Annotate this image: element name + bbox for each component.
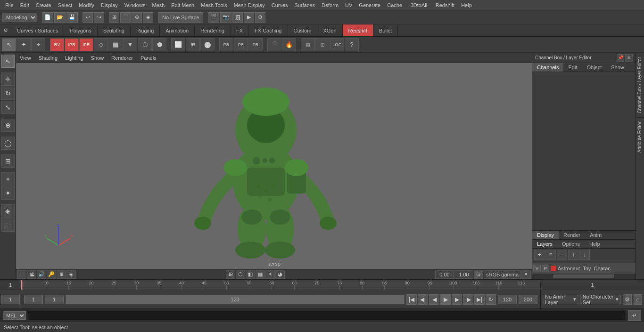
menu-uv[interactable]: UV <box>342 1 355 9</box>
layer-sub-options[interactable]: Options <box>557 240 585 248</box>
tab-fx-caching[interactable]: FX Caching <box>249 24 288 36</box>
frame-field2[interactable]: 1 <box>45 295 64 304</box>
go-start-btn[interactable]: |◀ <box>406 294 417 305</box>
tab-redshift[interactable]: Redshift <box>343 24 373 36</box>
snap-curve-btn[interactable]: ⌒ <box>120 12 131 23</box>
undo-btn[interactable]: ↩ <box>83 12 93 23</box>
menu-modify[interactable]: Modify <box>75 1 97 9</box>
paint-select-btn[interactable]: ✦ <box>1 186 15 200</box>
rs-cube[interactable]: ⬜ <box>171 38 185 51</box>
rs-mat2[interactable]: ◫ <box>315 38 330 51</box>
menu-mesh[interactable]: Mesh <box>149 1 168 9</box>
menu-redshift[interactable]: Redshift <box>432 1 458 9</box>
lasso-btn[interactable]: ⌖ <box>31 38 45 51</box>
vp-input1[interactable]: 0.00 <box>435 270 454 279</box>
cmd-enter-btn[interactable]: ↵ <box>628 310 641 321</box>
lasso-select-btn[interactable]: ⌖ <box>1 172 15 186</box>
redshift-btn2[interactable]: IPR <box>65 38 79 51</box>
layer-new-btn[interactable]: + <box>534 250 545 260</box>
rs-pr2[interactable]: PR <box>234 38 248 51</box>
rs-drop[interactable]: ▼ <box>123 38 137 51</box>
go-end-btn[interactable]: ▶| <box>474 294 485 305</box>
scale-btn[interactable]: ⤡ <box>1 101 15 114</box>
rs-wave[interactable]: ≋ <box>186 38 200 51</box>
redshift-btn3[interactable]: IPR <box>79 38 93 51</box>
viewport-canvas[interactable]: X Y Z persp <box>16 63 532 269</box>
layer-move-dn-btn[interactable]: ↓ <box>579 250 590 260</box>
redshift-btn1[interactable]: RV <box>50 38 64 51</box>
rs-shapes[interactable]: ⬟ <box>152 38 166 51</box>
anim-key-btn[interactable]: ⌂ <box>634 294 642 305</box>
rs-grid[interactable]: ▦ <box>108 38 123 51</box>
tab-polygons[interactable]: Polygons <box>64 24 97 36</box>
current-frame[interactable]: 1 <box>1 295 20 304</box>
vp-shaded-icon[interactable]: ◧ <box>246 270 255 279</box>
lang-select[interactable]: MEL <box>3 311 26 320</box>
layer-del-btn[interactable]: − <box>557 250 567 260</box>
next-frame-btn[interactable]: ▶ <box>452 294 462 305</box>
vp-menu-view[interactable]: View <box>18 54 33 62</box>
char-set-drop[interactable]: No Character Set ▾ <box>580 295 621 304</box>
ch-tab-channels[interactable]: Channels <box>532 63 563 72</box>
tab-animation[interactable]: Animation <box>160 24 195 36</box>
prev-frame-btn[interactable]: ◀ <box>429 294 439 305</box>
layer-sub-layers[interactable]: Layers <box>532 240 557 248</box>
snap-surface-btn[interactable]: ◈ <box>143 12 153 23</box>
ch-tab-object[interactable]: Object <box>582 63 606 72</box>
vp-gamma-label[interactable]: sRGB gamma <box>484 270 521 279</box>
open-file-btn[interactable]: 📂 <box>54 12 66 23</box>
menu-mesh-display[interactable]: Mesh Display <box>231 1 268 9</box>
mode-select[interactable]: Modeling <box>2 13 37 22</box>
snap-live-btn[interactable]: ◈ <box>1 204 15 218</box>
render3-btn[interactable]: ▶ <box>244 12 254 23</box>
rs-log[interactable]: LOG <box>330 38 344 51</box>
vp-menu-panels[interactable]: Panels <box>139 54 158 62</box>
menu-edit[interactable]: Edit <box>17 1 33 9</box>
select-tool-btn[interactable]: ↖ <box>2 38 16 51</box>
menu-file[interactable]: File <box>2 1 17 9</box>
cmd-input[interactable] <box>28 311 626 320</box>
menu-mesh-tools[interactable]: Mesh Tools <box>198 1 230 9</box>
rs-pr3[interactable]: PR <box>248 38 263 51</box>
play-btn[interactable]: ▶ <box>440 294 451 305</box>
vp-menu-renderer[interactable]: Renderer <box>109 54 135 62</box>
tab-rigging[interactable]: Rigging <box>131 24 160 36</box>
layer-tab-render[interactable]: Render <box>559 231 585 239</box>
vp-pivot-icon[interactable]: ⊕ <box>57 270 66 279</box>
timeline-ruler[interactable]: 5101520253035404550556065707580859095100… <box>21 280 540 290</box>
tab-sculpting[interactable]: Sculpting <box>98 24 131 36</box>
vtab-channel-box[interactable]: Channel Box / Layer Editor <box>636 53 644 117</box>
vp-grid-icon[interactable]: ⊞ <box>226 270 235 279</box>
tab-custom[interactable]: Custom <box>288 24 318 36</box>
layer-tab-anim[interactable]: Anim <box>585 231 606 239</box>
layer-tab-display[interactable]: Display <box>532 231 559 239</box>
menu-display[interactable]: Display <box>98 1 121 9</box>
ch-tab-show[interactable]: Show <box>606 63 629 72</box>
layer-playback[interactable]: P <box>542 265 549 272</box>
paint-select-btn[interactable]: ✦ <box>17 38 31 51</box>
vp-film-icon[interactable]: 📽 <box>27 270 36 279</box>
layer-visibility[interactable]: V <box>533 265 541 272</box>
rs-bowl[interactable]: ⌒ <box>267 38 281 51</box>
render2-btn[interactable]: 🖼 <box>232 12 243 23</box>
rotate-btn[interactable]: ↻ <box>1 87 15 100</box>
save-file-btn[interactable]: 💾 <box>66 12 78 23</box>
menu-select[interactable]: Select <box>55 1 76 9</box>
vp-gamma-icon[interactable]: ⊡ <box>474 270 483 279</box>
redo-btn[interactable]: ↪ <box>94 12 104 23</box>
menu-curves[interactable]: Curves <box>268 1 291 9</box>
tab-rendering[interactable]: Rendering <box>195 24 231 36</box>
vp-sound-icon[interactable]: 🔊 <box>37 270 46 279</box>
new-file-btn[interactable]: 📄 <box>42 12 53 23</box>
end-frame[interactable]: 120 <box>498 295 517 304</box>
rs-diamond[interactable]: ◇ <box>94 38 108 51</box>
tab-bullet[interactable]: Bullet <box>373 24 398 36</box>
select-btn[interactable]: ↖ <box>1 55 15 68</box>
prev-key-btn[interactable]: ◀| <box>418 294 428 305</box>
layer-scrollbar[interactable] <box>532 274 636 279</box>
tab-fx[interactable]: FX <box>231 24 249 36</box>
vp-menu-shading[interactable]: Shading <box>37 54 59 62</box>
rs-help[interactable]: ? <box>345 38 359 51</box>
menu-edit-mesh[interactable]: Edit Mesh <box>168 1 198 9</box>
layer-sub-help[interactable]: Help <box>585 240 605 248</box>
